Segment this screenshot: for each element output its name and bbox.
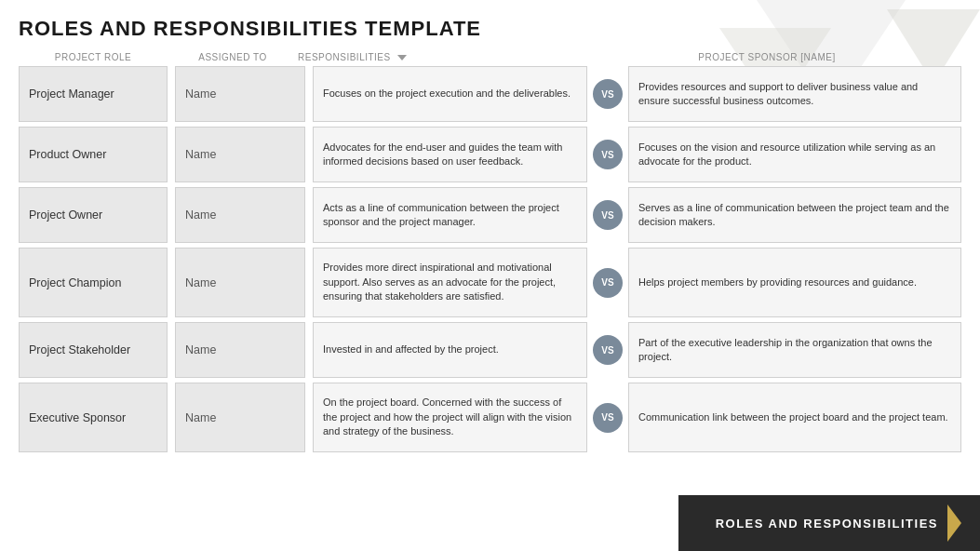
assigned-cell[interactable]: Name xyxy=(175,127,305,182)
vs-badge: VS xyxy=(593,268,623,298)
header-section: ROLES AND RESPONSIBILITIES TEMPLATE xyxy=(0,0,980,48)
assigned-cell[interactable]: Name xyxy=(175,248,305,317)
assigned-cell[interactable]: Name xyxy=(175,383,305,452)
footer-label: ROLES AND RESPONSIBILITIES xyxy=(716,517,938,531)
page-title: ROLES AND RESPONSIBILITIES TEMPLATE xyxy=(19,17,961,41)
responsibilities-cell: Provides more direct inspirational and m… xyxy=(313,248,587,317)
role-cell: Project Stakeholder xyxy=(19,322,168,378)
role-cell: Project Manager xyxy=(19,66,168,122)
page-container: ROLES AND RESPONSIBILITIES TEMPLATE PROJ… xyxy=(0,0,980,551)
vs-badge: VS xyxy=(593,140,623,169)
vs-badge: VS xyxy=(593,403,623,433)
responsibilities-cell: Advocates for the end-user and guides th… xyxy=(313,127,587,182)
responsibilities-cell: On the project board. Concerned with the… xyxy=(313,383,587,452)
table-row: Project Champion Name Provides more dire… xyxy=(19,248,961,317)
responsibilities-cell: Acts as a line of communication between … xyxy=(313,187,587,243)
role-cell: Product Owner xyxy=(19,127,168,182)
table-body: Project Manager Name Focuses on the proj… xyxy=(0,66,980,452)
sponsor-cell: Serves as a line of communication betwee… xyxy=(628,187,961,243)
sponsor-cell: Part of the executive leadership in the … xyxy=(628,322,961,378)
col-header-responsibilities: RESPONSIBILITIES xyxy=(298,52,572,62)
sponsor-cell: Provides resources and support to delive… xyxy=(628,66,961,122)
assigned-cell[interactable]: Name xyxy=(175,187,305,243)
responsibilities-cell: Focuses on the project execution and the… xyxy=(313,66,587,122)
table-row: Project Manager Name Focuses on the proj… xyxy=(19,66,961,122)
footer: ROLES AND RESPONSIBILITIES xyxy=(678,495,980,551)
table-row: Project Stakeholder Name Invested in and… xyxy=(19,322,961,378)
vs-badge: VS xyxy=(593,200,623,230)
table-row: Product Owner Name Advocates for the end… xyxy=(19,127,961,182)
table-row: Executive Sponsor Name On the project bo… xyxy=(19,383,961,452)
sort-arrow-icon[interactable] xyxy=(397,55,407,60)
role-cell: Project Champion xyxy=(19,248,168,317)
table-row: Project Owner Name Acts as a line of com… xyxy=(19,187,961,243)
column-headers: PROJECT ROLE ASSIGNED TO RESPONSIBILITIE… xyxy=(0,48,980,66)
col-header-role: PROJECT ROLE xyxy=(19,52,168,62)
vs-badge: VS xyxy=(593,79,623,109)
sponsor-cell: Focuses on the vision and resource utili… xyxy=(628,127,961,182)
col-header-assigned: ASSIGNED TO xyxy=(168,52,298,62)
footer-chevron-icon xyxy=(947,504,961,542)
role-cell: Project Owner xyxy=(19,187,168,243)
responsibilities-cell: Invested in and affected by the project. xyxy=(313,322,587,378)
sponsor-cell: Communication link between the project b… xyxy=(628,383,961,452)
sponsor-cell: Helps project members by providing resou… xyxy=(628,248,961,317)
role-cell: Executive Sponsor xyxy=(19,383,168,452)
vs-badge: VS xyxy=(593,335,623,365)
col-header-sponsor: PROJECT SPONSOR [NAME] xyxy=(572,52,961,62)
assigned-cell[interactable]: Name xyxy=(175,66,305,122)
assigned-cell[interactable]: Name xyxy=(175,322,305,378)
